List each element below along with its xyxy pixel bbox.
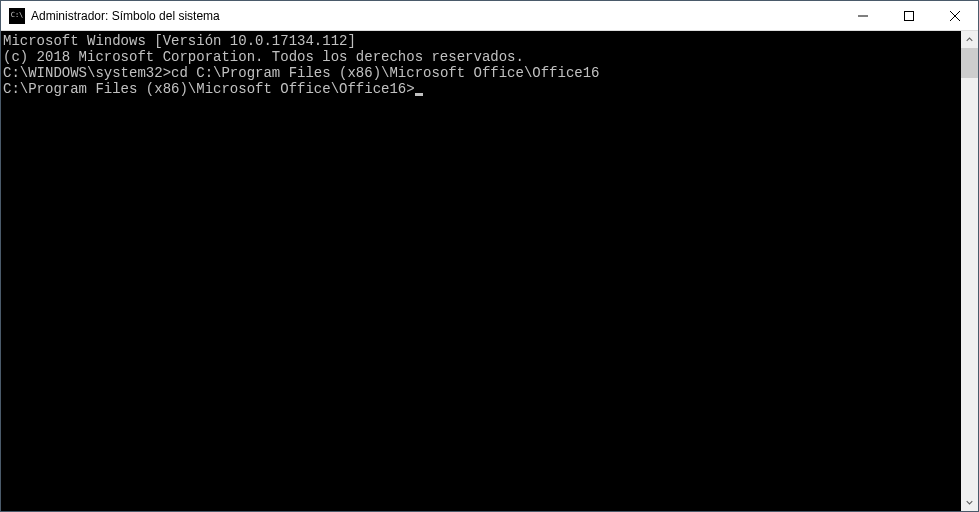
cursor xyxy=(415,93,423,96)
window-title: Administrador: Símbolo del sistema xyxy=(31,9,840,23)
maximize-button[interactable] xyxy=(886,1,932,30)
scrollbar-track[interactable] xyxy=(961,48,978,494)
prompt: C:\WINDOWS\system32> xyxy=(3,65,171,81)
close-button[interactable] xyxy=(932,1,978,30)
cmd-window: C:\ Administrador: Símbolo del sistema M… xyxy=(0,0,979,512)
terminal-line: C:\Program Files (x86)\Microsoft Office\… xyxy=(3,81,961,97)
cmd-icon: C:\ xyxy=(9,8,25,24)
maximize-icon xyxy=(904,11,914,21)
close-icon xyxy=(950,11,960,21)
content-area: Microsoft Windows [Versión 10.0.17134.11… xyxy=(1,31,978,511)
scroll-up-button[interactable] xyxy=(961,31,978,48)
svg-rect-1 xyxy=(905,11,914,20)
vertical-scrollbar[interactable] xyxy=(961,31,978,511)
window-controls xyxy=(840,1,978,30)
terminal-line: (c) 2018 Microsoft Corporation. Todos lo… xyxy=(3,49,961,65)
scroll-down-button[interactable] xyxy=(961,494,978,511)
terminal-line: C:\WINDOWS\system32>cd C:\Program Files … xyxy=(3,65,961,81)
chevron-up-icon xyxy=(966,36,973,43)
titlebar[interactable]: C:\ Administrador: Símbolo del sistema xyxy=(1,1,978,31)
chevron-down-icon xyxy=(966,499,973,506)
command-text: cd C:\Program Files (x86)\Microsoft Offi… xyxy=(171,65,599,81)
scrollbar-thumb[interactable] xyxy=(961,48,978,78)
terminal-output[interactable]: Microsoft Windows [Versión 10.0.17134.11… xyxy=(1,31,961,511)
minimize-button[interactable] xyxy=(840,1,886,30)
cmd-icon-label: C:\ xyxy=(11,12,24,19)
prompt: C:\Program Files (x86)\Microsoft Office\… xyxy=(3,81,415,97)
terminal-line: Microsoft Windows [Versión 10.0.17134.11… xyxy=(3,33,961,49)
minimize-icon xyxy=(858,11,868,21)
